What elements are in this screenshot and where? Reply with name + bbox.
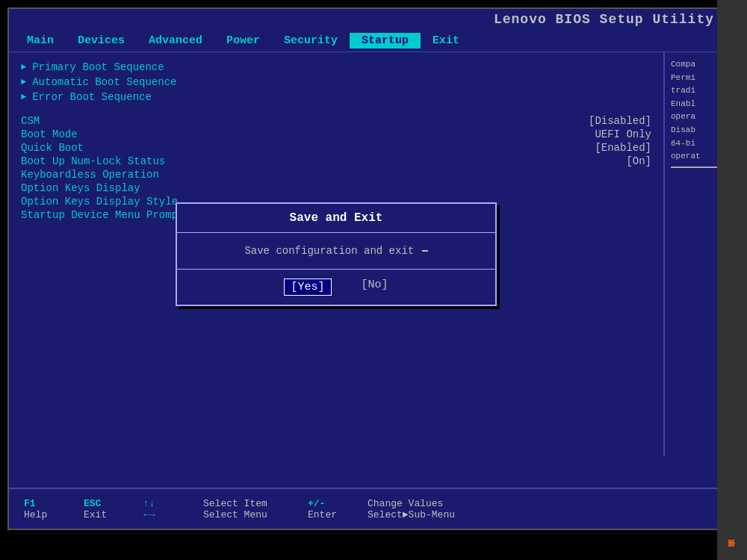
select-menu-label: Select Menu xyxy=(203,509,290,520)
side-line-6: Disab xyxy=(671,124,717,137)
menu-main[interactable]: Main xyxy=(15,33,66,49)
side-line-5: opera xyxy=(671,111,717,124)
watermark-area: 值得买 xyxy=(717,0,747,560)
status-bar: F1 Help ESC Exit ↑↓ ←→ Select Item Selec… xyxy=(9,488,723,529)
side-line-1: Compa xyxy=(671,58,717,72)
help-label: Help xyxy=(24,509,47,520)
dialog-body: Save configuration and exit xyxy=(177,233,495,270)
status-select: Select Item Select Menu xyxy=(194,498,299,520)
dialog-title: Save and Exit xyxy=(177,204,495,233)
cursor-icon xyxy=(422,250,428,252)
status-change: Change Values Select►Sub-Menu xyxy=(359,498,464,520)
select-item-label: Select Item xyxy=(203,498,290,509)
menu-exit[interactable]: Exit xyxy=(421,33,471,49)
f1-key: F1 xyxy=(24,498,36,509)
side-panel-text: Compa Permi tradi Enabl opera Disab 64-b… xyxy=(671,58,717,168)
menu-devices[interactable]: Devices xyxy=(66,33,137,49)
bios-screen: Lenovo BIOS Setup Utility Main Devices A… xyxy=(7,7,725,530)
bios-title: Lenovo BIOS Setup Utility xyxy=(494,12,714,27)
dialog-buttons: [Yes] [No] xyxy=(177,270,495,305)
updown-arrows: ↑↓ xyxy=(143,498,155,509)
enter-label: Enter xyxy=(308,509,337,520)
status-esc: ESC Exit xyxy=(75,498,134,520)
dialog-message: Save configuration and exit xyxy=(244,245,414,257)
no-button[interactable]: [No] xyxy=(362,279,388,296)
content-area: ► Primary Boot Sequence ► Automatic Boot… xyxy=(9,52,723,456)
side-line-4: Enabl xyxy=(671,98,717,111)
side-line-2: Permi xyxy=(671,72,717,85)
side-line-8: operat xyxy=(671,150,717,164)
menu-security[interactable]: Security xyxy=(272,33,350,49)
side-line-3: tradi xyxy=(671,84,717,98)
dialog-overlay: Save and Exit Save configuration and exi… xyxy=(9,52,663,456)
plusminus-key: +/- xyxy=(308,498,325,509)
change-values-label: Change Values xyxy=(368,498,455,509)
select-submenu-label: Select►Sub-Menu xyxy=(368,509,455,520)
main-content: ► Primary Boot Sequence ► Automatic Boot… xyxy=(9,52,663,456)
leftright-arrows: ←→ xyxy=(143,509,155,520)
esc-key: ESC xyxy=(84,498,101,509)
side-line-7: 64-bi xyxy=(671,137,717,151)
title-bar: Lenovo BIOS Setup Utility xyxy=(9,9,723,30)
yes-button[interactable]: [Yes] xyxy=(284,279,331,296)
menu-startup[interactable]: Startup xyxy=(350,33,421,49)
side-panel: Compa Permi tradi Enabl opera Disab 64-b… xyxy=(663,52,723,456)
status-f1: F1 Help xyxy=(15,498,75,520)
status-arrows: ↑↓ ←→ xyxy=(134,498,194,520)
status-plusminus: +/- Enter xyxy=(299,498,359,520)
exit-label: Exit xyxy=(84,509,107,520)
menu-power[interactable]: Power xyxy=(214,33,272,49)
dialog-box: Save and Exit Save configuration and exi… xyxy=(176,202,497,306)
menu-bar[interactable]: Main Devices Advanced Power Security Sta… xyxy=(9,30,723,52)
menu-advanced[interactable]: Advanced xyxy=(137,33,214,49)
